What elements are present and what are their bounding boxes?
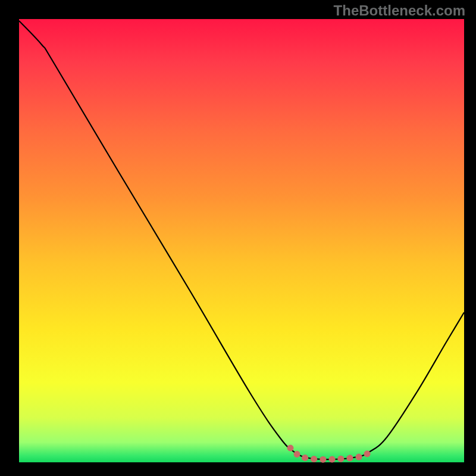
watermark-text: TheBottleneck.com [334,2,465,19]
plot-background [19,19,464,462]
chart-container: TheBottleneck.com [0,0,476,476]
bottleneck-chart [0,0,476,476]
